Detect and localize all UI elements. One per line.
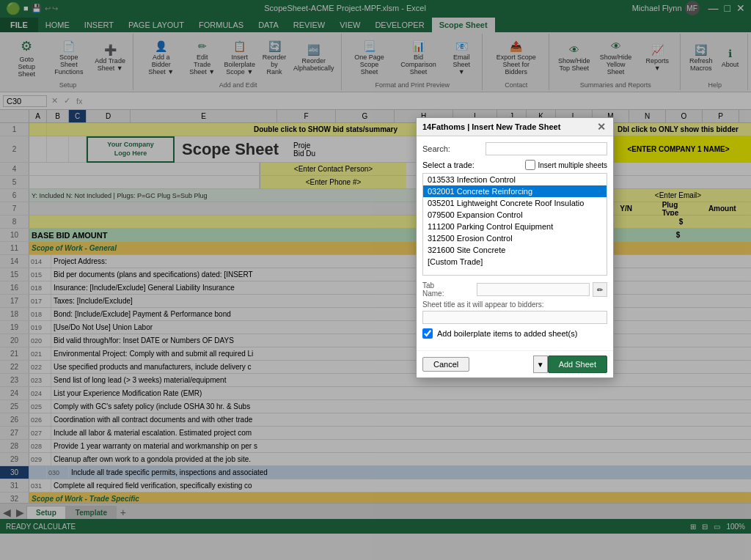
modal-footer: Cancel ▼ Add Sheet: [417, 350, 613, 377]
tab-name-edit-btn[interactable]: ✏: [593, 282, 607, 297]
modal-title: 14Fathoms | Insert New Trade Sheet: [422, 122, 560, 131]
trade-item-infection[interactable]: 013533 Infection Control: [423, 174, 607, 185]
modal-close-btn[interactable]: ✕: [596, 121, 607, 133]
trade-item-expansion[interactable]: 079500 Expansion Control: [423, 209, 607, 221]
modal-overlay: 14Fathoms | Insert New Trade Sheet ✕ Sea…: [0, 0, 751, 560]
search-row: Search: con: [422, 142, 607, 155]
insert-multiple-checkbox[interactable]: [525, 160, 535, 170]
trade-item-custom[interactable]: [Custom Trade]: [423, 256, 607, 268]
tab-name-label: TabName:: [422, 281, 474, 298]
trade-item-parking[interactable]: 111200 Parking Control Equipment: [423, 221, 607, 232]
trade-item-site[interactable]: 321600 Site Concrete: [423, 244, 607, 256]
tab-name-input[interactable]: 032001 Concrete Reinforcing: [477, 283, 590, 296]
add-sheet-dropdown-btn[interactable]: ▼: [533, 355, 548, 373]
add-boilerplate-checkbox[interactable]: [422, 328, 433, 339]
trade-list: 013533 Infection Control 032001 Concrete…: [422, 173, 607, 276]
trade-item-lightweight[interactable]: 035201 Lightweight Concrete Roof Insulat…: [423, 197, 607, 209]
insert-multiple-label: Insert multiple sheets: [538, 161, 608, 169]
sheet-title-input[interactable]: 032001 Concrete Reinforcing: [422, 311, 607, 324]
cancel-btn[interactable]: Cancel: [422, 357, 469, 372]
trade-item-erosion[interactable]: 312500 Erosion Control: [423, 232, 607, 244]
search-input[interactable]: con: [486, 142, 607, 155]
modal-header: 14Fathoms | Insert New Trade Sheet ✕: [417, 118, 613, 136]
add-sheet-btn[interactable]: Add Sheet: [548, 355, 607, 373]
sheet-title-label: Sheet title as it will appear to bidders…: [422, 301, 607, 309]
trade-item-concrete[interactable]: 032001 Concrete Reinforcing: [423, 185, 607, 197]
search-label: Search:: [422, 144, 481, 153]
select-trade-label: Select a trade:: [422, 161, 475, 169]
add-boilerplate-label: Add boilerplate items to added sheet(s): [437, 329, 577, 338]
insert-trade-sheet-modal: 14Fathoms | Insert New Trade Sheet ✕ Sea…: [416, 117, 614, 378]
